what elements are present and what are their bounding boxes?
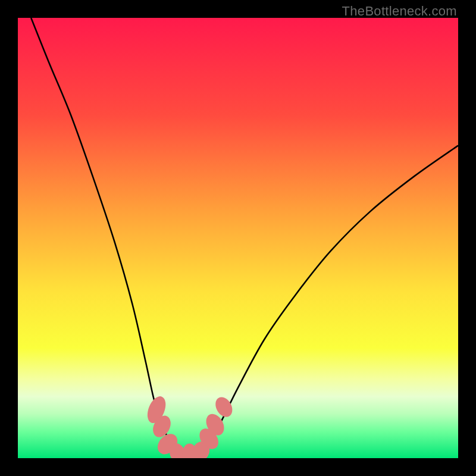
- bottom-markers: [144, 394, 236, 458]
- left-curve: [31, 18, 181, 454]
- right-curve: [198, 146, 458, 454]
- chart-frame: TheBottleneck.com: [0, 0, 476, 476]
- watermark-label: TheBottleneck.com: [342, 4, 457, 19]
- curve-layer: [18, 18, 458, 458]
- plot-area: [18, 18, 458, 458]
